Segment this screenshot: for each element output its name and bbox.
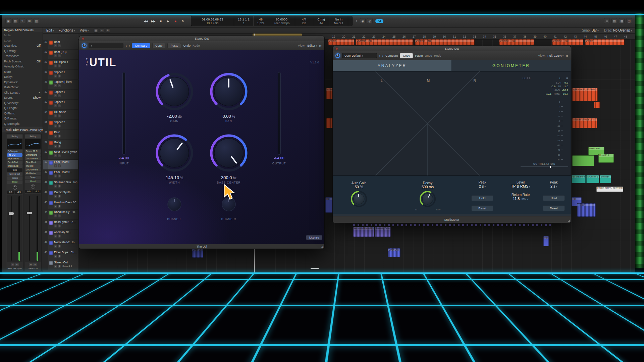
fx-slot-uad-oxford[interactable]: UAD Oxford (25, 168, 41, 171)
fx-slot-ozone-12-c[interactable]: Ozone 12 C (25, 150, 41, 153)
lcd-field-4[interactable]: 4/4/32 (295, 16, 313, 26)
bass-center-knob[interactable] (209, 134, 248, 172)
return-rate-value[interactable]: 11.8 (513, 197, 520, 201)
track-header-stereo-out[interactable]: Stereo OutMSOutput 1-2 (43, 260, 78, 270)
zoom-tool-icon[interactable]: ≡ (106, 29, 110, 33)
track-header-38[interactable]: 38Next Level CymbaMS (43, 150, 78, 160)
track-s-button[interactable]: S (58, 185, 61, 188)
track-header-40[interactable]: 40Ebm Heart F...MS (43, 170, 78, 180)
track-s-button[interactable]: S (58, 205, 61, 208)
track-s-button[interactable]: S (58, 44, 61, 47)
gain-knob[interactable] (155, 72, 194, 111)
lcd-field-6[interactable]: No InNo Out (329, 16, 348, 26)
drag-group[interactable]: Drag: No Overlap (604, 29, 632, 32)
toolbar-toggle-icon[interactable]: ⊞ (26, 18, 32, 24)
smart-controls-icon[interactable]: ▥ (34, 18, 39, 24)
editors-icon[interactable]: ▤ (611, 18, 617, 24)
lcd-field-2[interactable]: 481,024 (254, 16, 268, 26)
inspector-toggle-icon[interactable]: ▤ (12, 18, 18, 24)
prev-preset-icon[interactable]: ‹ (125, 44, 127, 47)
track-header-31[interactable]: 31Topper (Filter)MS (43, 80, 78, 90)
track-m-button[interactable]: M (54, 54, 57, 57)
track-header-33[interactable]: 33Topper 1MS (43, 100, 78, 110)
auto-gain-knob[interactable] (350, 190, 368, 208)
record-button[interactable]: ● (172, 18, 179, 24)
track-m-button[interactable]: M (54, 255, 57, 258)
snap-value-select[interactable]: Bar (592, 29, 599, 32)
track-m-button[interactable]: M (54, 104, 57, 107)
compare-button[interactable]: Compare (132, 43, 150, 48)
next-preset-icon[interactable]: › (129, 44, 130, 47)
undo-button[interactable]: Undo (425, 54, 432, 57)
peak-time-select[interactable]: 2 s (466, 184, 498, 188)
bass-center-value[interactable]: 300.0 (221, 175, 232, 180)
group-slot[interactable]: Group (25, 176, 41, 179)
lists-icon[interactable]: ▦ (619, 18, 625, 24)
track-header-34[interactable]: 34HH NoiseMS (43, 110, 78, 120)
track-m-button[interactable]: M (54, 74, 57, 77)
track-m-button[interactable]: M (54, 145, 57, 148)
track-header-44[interactable]: 44Rhodium Sy...80-MS (43, 210, 78, 220)
volume-fader[interactable] (7, 195, 22, 262)
track-header-36[interactable]: 36PercMS (43, 130, 78, 140)
tab-goniometer[interactable]: GONIOMETER (452, 60, 571, 71)
track-header-43[interactable]: 43Howllow Bass SCMS (43, 200, 78, 210)
track-header-28[interactable]: 28Beat (PC)MS (43, 50, 78, 60)
eq-thumbnail[interactable] (7, 139, 22, 149)
track-m-button[interactable]: M (54, 265, 57, 268)
util-plugin-window[interactable]: Stereo Out ‹ › Compare Copy Paste Undo R… (79, 36, 324, 249)
hold-button[interactable]: Hold (543, 195, 565, 201)
link-icon[interactable]: ∞ (566, 54, 568, 58)
copy-button[interactable]: Copy (152, 43, 165, 48)
inspector-row-q-velocity[interactable]: Q-Velocity: (2, 101, 43, 106)
eq-thumbnail[interactable] (25, 139, 41, 149)
track-s-button[interactable]: S (58, 104, 61, 107)
pan-knob[interactable] (25, 184, 41, 189)
fx-slot-tape-delay[interactable]: Tape Delay (7, 157, 22, 160)
track-header-37[interactable]: 37GangMS (43, 140, 78, 150)
track-header-47[interactable]: 47Medicated-2...topusMS (43, 240, 78, 250)
menu-edit[interactable]: Edit (46, 29, 54, 32)
fx-slot-weiss-exci[interactable]: Weiss Exci (7, 164, 22, 168)
mixer-icon[interactable]: ≣ (604, 18, 610, 24)
track-s-button[interactable]: S (58, 265, 61, 268)
mute-button[interactable]: M (29, 263, 33, 266)
inspector-row-loop[interactable]: Loop: (2, 38, 43, 44)
inspector-row-transpose[interactable]: Transpose: (2, 54, 43, 59)
inspector-row-q-flam[interactable]: Q-Flam: (2, 111, 43, 116)
track-s-button[interactable]: S (58, 94, 61, 97)
fx-slot-dimensions[interactable]: Dimensions (25, 153, 41, 157)
track-header-41[interactable]: 41Shuriken Sita...topMS (43, 180, 78, 190)
setting-button[interactable]: Setting (25, 135, 41, 138)
inspector-row-delay[interactable]: Delay: (2, 74, 43, 80)
pan-knob[interactable] (7, 185, 22, 190)
track-s-button[interactable]: S (58, 235, 61, 238)
track-header-39[interactable]: 39Ebm Heart F...MS (43, 160, 78, 170)
library-toggle-icon[interactable]: ▣ (5, 18, 11, 24)
track-s-button[interactable]: S (58, 64, 61, 67)
fx-slot-flow-maste[interactable]: Flow Maste (25, 161, 41, 164)
link-icon[interactable]: ∞ (319, 44, 322, 48)
track-m-button[interactable]: M (54, 135, 57, 138)
pointer-tool-icon[interactable]: ▦ (94, 29, 98, 33)
master-level-icon[interactable]: ◎ (367, 18, 373, 24)
multimeter-plugin-window[interactable]: Stereo Out User Default ‹ › Compare Copy… (333, 46, 571, 223)
paste-button[interactable]: Paste (415, 54, 423, 57)
volume-fader[interactable] (25, 194, 41, 262)
fx-slot-pro-q-3[interactable]: Pro-Q 3 (7, 153, 22, 157)
reset-button[interactable]: Reset (471, 205, 493, 211)
output-slot[interactable]: Stereo Out (7, 172, 22, 176)
bypass-power-icon[interactable] (82, 43, 87, 48)
fx-slot-multimeter[interactable]: MultiMeter (25, 172, 41, 175)
inspector-row-score[interactable]: Score:Show (2, 95, 43, 101)
track-header-32[interactable]: 32Topper 1MS (43, 90, 78, 100)
inspector-row-clip-length[interactable]: Clip Length:✓ (2, 90, 43, 96)
track-s-button[interactable]: S (58, 195, 61, 198)
compare-button[interactable]: Compare (385, 54, 398, 57)
peak-time-select[interactable]: 2 s (539, 184, 569, 188)
track-s-button[interactable]: S (58, 255, 61, 258)
prev-preset-icon[interactable]: ‹ (379, 54, 380, 57)
pencil-tool-icon[interactable]: + (100, 29, 104, 33)
lcd-field-1[interactable]: 13 1 1 11 (234, 16, 254, 26)
track-s-button[interactable]: S (58, 54, 61, 57)
